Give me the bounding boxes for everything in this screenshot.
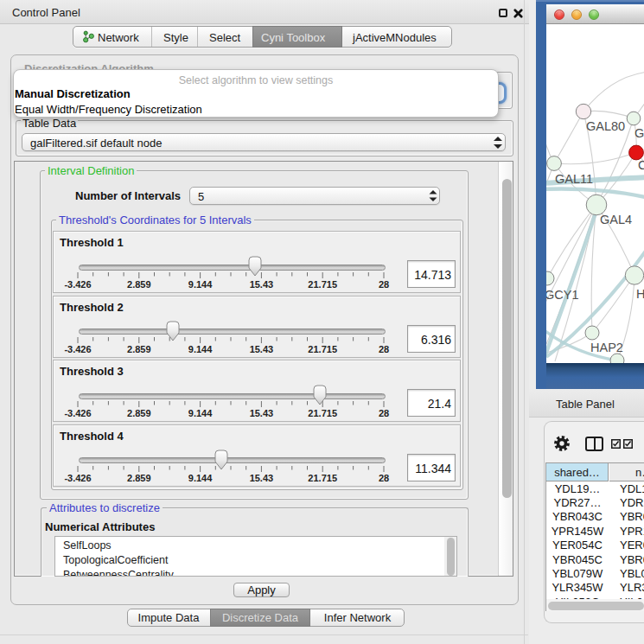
svg-text:GAL11: GAL11	[555, 172, 593, 186]
svg-text:HAP2: HAP2	[590, 341, 623, 354]
svg-text:HIS4: HIS4	[636, 287, 644, 301]
svg-text:GCY1: GCY1	[546, 288, 579, 302]
svg-text:GAL3: GAL3	[634, 126, 644, 140]
svg-text:C: C	[638, 158, 644, 172]
svg-text:GAL4: GAL4	[600, 213, 632, 226]
svg-text:GAL80: GAL80	[586, 119, 625, 133]
